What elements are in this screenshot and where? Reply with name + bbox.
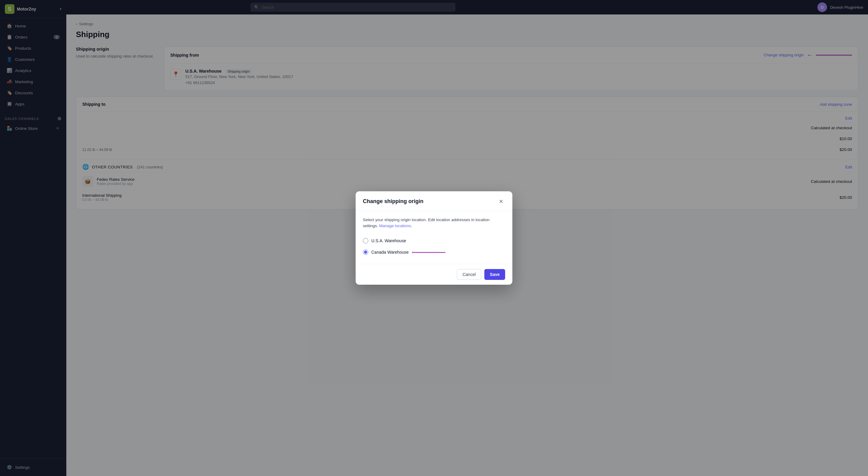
radio-canada-label: Canada Warehouse (371, 250, 455, 255)
modal-body: Select your shipping origin location. Ed… (355, 211, 513, 264)
modal-description: Select your shipping origin location. Ed… (363, 217, 505, 229)
modal-close-button[interactable]: ✕ (497, 197, 505, 206)
change-shipping-origin-modal: Change shipping origin ✕ Select your shi… (355, 191, 513, 285)
radio-canada[interactable] (363, 249, 368, 255)
cancel-button[interactable]: Cancel (457, 269, 482, 280)
modal-footer: Cancel Save (355, 264, 513, 285)
manage-locations-link[interactable]: Manage locations (379, 224, 411, 228)
modal-header: Change shipping origin ✕ (355, 191, 513, 211)
modal-overlay[interactable]: Change shipping origin ✕ Select your shi… (0, 0, 868, 476)
modal-title: Change shipping origin (363, 198, 424, 204)
radio-option-usa[interactable]: U.S.A. Warehouse (363, 235, 505, 247)
radio-option-canada[interactable]: Canada Warehouse (363, 247, 505, 258)
canada-arrow (412, 250, 455, 255)
radio-usa-label: U.S.A. Warehouse (371, 238, 406, 243)
save-button[interactable]: Save (484, 269, 505, 280)
radio-usa[interactable] (363, 238, 368, 244)
